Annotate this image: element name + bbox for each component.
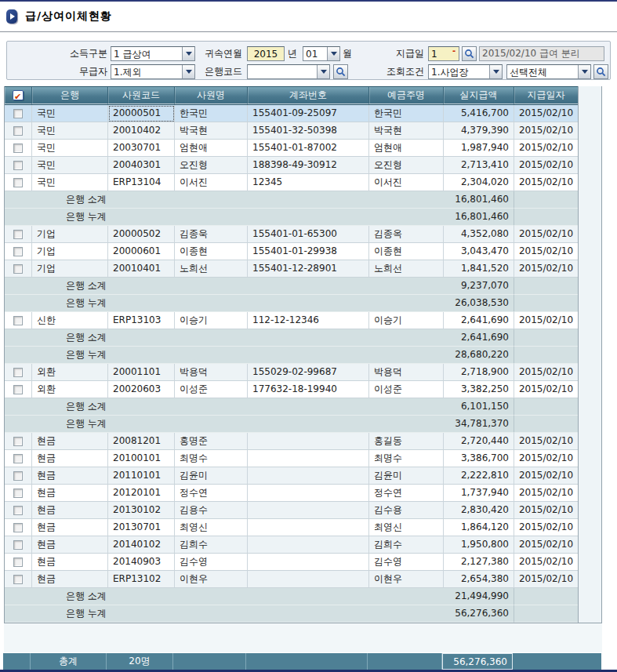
select-all-header[interactable] (5, 87, 32, 104)
subtotal-row: 은행 누계28,680,220 (5, 347, 601, 364)
cell-account: 155401-12-28901 (248, 260, 369, 278)
cell-name: 김희수 (175, 536, 248, 554)
payday-search-button[interactable] (462, 46, 477, 61)
subtotal-label: 은행 소계 (5, 329, 369, 347)
subtotal-label: 은행 누계 (5, 295, 369, 312)
row-checkbox[interactable] (13, 437, 23, 446)
cell-date: 2015/02/10 (514, 174, 578, 191)
column-header-bank[interactable]: 은행 (32, 87, 108, 104)
table-row[interactable]: 기업20000601이종현155401-01-29938이종현3,043,470… (5, 243, 601, 260)
subtotal-row: 은행 소계6,101,150 (5, 398, 601, 416)
row-checkbox[interactable] (13, 489, 23, 498)
row-check-cell (5, 174, 32, 191)
row-checkbox[interactable] (13, 247, 23, 256)
table-row[interactable]: 국민20030701엄현애155401-01-87002엄현애1,987,940… (5, 140, 601, 157)
column-header-holder[interactable]: 예금주명 (369, 87, 444, 104)
cell-amount: 4,379,390 (444, 122, 514, 140)
subtotal-label: 은행 소계 (5, 588, 369, 605)
cell-bank: 현금 (32, 571, 108, 588)
column-header-account[interactable]: 계좌번호 (248, 87, 369, 104)
cell-holder: 엄현애 (369, 140, 444, 157)
cell-holder: 김수영 (369, 554, 444, 571)
table-row[interactable]: 국민20010402박국현155401-32-50398박국현4,379,390… (5, 122, 601, 140)
table-row[interactable]: 현금ERP13102이현우이현우2,654,3802015/02/10 (5, 571, 601, 588)
condition-scope-select[interactable]: 선택전체 (506, 64, 591, 79)
cell-code: 20000502 (108, 226, 175, 243)
table-row[interactable]: 현금20140903김수영김수영2,127,3802015/02/10 (5, 554, 601, 571)
table-row[interactable]: 기업20010401노희선155401-12-28901노희선1,841,520… (5, 260, 601, 278)
row-checkbox[interactable] (13, 230, 23, 239)
subtotal-row: 은행 소계21,494,990 (5, 588, 601, 605)
table-row[interactable]: 외환20020603이성준177632-18-19940이성준3,382,250… (5, 381, 601, 398)
cell-date: 2015/02/10 (514, 536, 578, 554)
chevron-down-icon[interactable] (327, 47, 339, 60)
cell-name: 박용덕 (175, 364, 248, 381)
table-row[interactable]: 국민ERP13104이서진12345이서진2,304,0202015/02/10 (5, 174, 601, 191)
cell-date: 2015/02/10 (514, 312, 578, 329)
condition-search-button[interactable] (593, 64, 608, 79)
income-type-label: 소득구분 (15, 46, 107, 61)
cell-bank: 국민 (32, 157, 108, 174)
year-unit-label: 년 (288, 46, 300, 61)
row-checkbox[interactable] (13, 506, 23, 515)
row-check-cell (5, 381, 32, 398)
row-checkbox[interactable] (13, 558, 23, 567)
cell-account: 155401-32-50398 (248, 122, 369, 140)
table-row[interactable]: 현금20081201홍명준홍길동2,720,4402015/02/10 (5, 433, 601, 450)
column-header-date[interactable]: 지급일자 (514, 87, 578, 104)
row-checkbox[interactable] (13, 178, 23, 187)
row-checkbox[interactable] (13, 161, 23, 170)
cell-holder: 김윤미 (369, 467, 444, 485)
table-row[interactable]: 현금20130102김용수김수용2,830,4202015/02/10 (5, 502, 601, 519)
grid-footer-gap (4, 623, 602, 652)
year-input[interactable] (247, 46, 285, 61)
cell-account: 155029-02-99687 (248, 364, 369, 381)
table-row[interactable]: 현금20120101정수연정수연1,737,9402015/02/10 (5, 485, 601, 502)
condition-type-select[interactable]: 1.사업장 (428, 64, 503, 79)
cell-name: 이승기 (175, 312, 248, 329)
cell-date: 2015/02/10 (514, 381, 578, 398)
month-value: 01 (303, 47, 327, 60)
table-row[interactable]: 신한ERP13103이승기112-12-12346이승기2,641,690201… (5, 312, 601, 329)
cell-holder: 박국현 (369, 122, 444, 140)
row-check-cell (5, 502, 32, 519)
column-header-code[interactable]: 사원코드 (108, 87, 175, 104)
row-checkbox[interactable] (13, 540, 23, 550)
column-header-name[interactable]: 사원명 (175, 87, 248, 104)
cell-holder: 한국민 (369, 105, 444, 122)
table-row[interactable]: 현금20130701최영신최영신1,864,1202015/02/10 (5, 519, 601, 536)
row-checkbox[interactable] (13, 109, 23, 118)
chevron-down-icon[interactable] (578, 65, 590, 78)
month-select[interactable]: 01 (303, 46, 340, 61)
row-checkbox[interactable] (13, 523, 23, 532)
cell-bank: 국민 (32, 174, 108, 191)
table-row[interactable]: 현금20140102김희수김희수1,950,8002015/02/10 (5, 536, 601, 554)
subtotal-filler (514, 416, 578, 433)
chevron-down-icon[interactable] (317, 65, 329, 78)
table-row[interactable]: 외환20001101박용덕155029-02-99687박용덕2,718,900… (5, 364, 601, 381)
subtotal-filler (514, 398, 578, 416)
row-checkbox[interactable] (13, 454, 23, 463)
chevron-down-icon[interactable] (489, 65, 502, 78)
row-checkbox[interactable] (13, 126, 23, 136)
row-checkbox[interactable] (13, 264, 23, 274)
subtotal-filler (514, 605, 578, 623)
bankcode-select[interactable] (247, 64, 330, 79)
row-checkbox[interactable] (13, 368, 23, 377)
row-checkbox[interactable] (13, 316, 23, 325)
table-row[interactable]: 국민20000501한국민155401-09-25097한국민5,416,700… (5, 105, 601, 122)
table-row[interactable]: 현금20100101최명수최명수3,386,7002015/02/10 (5, 450, 601, 467)
cell-holder: 박용덕 (369, 364, 444, 381)
row-checkbox[interactable] (13, 143, 23, 153)
bankcode-search-button[interactable] (333, 64, 348, 79)
column-header-amount[interactable]: 실지급액 (444, 87, 514, 104)
cell-code: 20040301 (108, 157, 175, 174)
row-checkbox[interactable] (13, 385, 23, 394)
row-checkbox[interactable] (13, 575, 23, 584)
row-checkbox[interactable] (13, 471, 23, 481)
table-row[interactable]: 국민20040301오진형188398-49-30912오진형2,713,410… (5, 157, 601, 174)
table-row[interactable]: 기업20000502김종욱155401-01-65300김종옥4,352,080… (5, 226, 601, 243)
cell-date: 2015/02/10 (514, 260, 578, 278)
cell-amount: 2,304,020 (444, 174, 514, 191)
table-row[interactable]: 현금20110101김윤미김윤미2,222,8102015/02/10 (5, 467, 601, 485)
